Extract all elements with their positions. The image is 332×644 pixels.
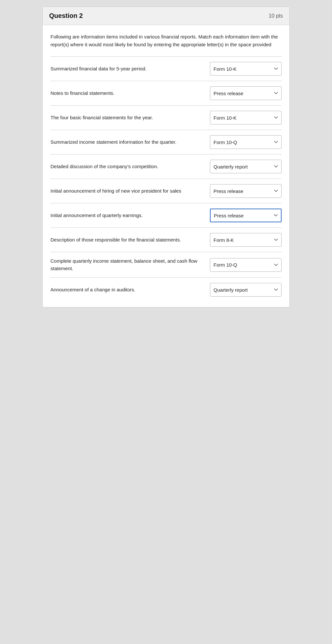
question-label: The four basic financial statements for … bbox=[50, 114, 205, 122]
question-points: 10 pts bbox=[269, 13, 283, 19]
question-row: The four basic financial statements for … bbox=[50, 106, 282, 130]
question-select-5[interactable]: Form 10-KForm 10-QForm 8-KPress releaseQ… bbox=[210, 160, 282, 173]
question-label: Summarized financial data for 5-year per… bbox=[50, 65, 205, 73]
question-select-9[interactable]: Form 10-KForm 10-QForm 8-KPress releaseQ… bbox=[210, 258, 282, 272]
question-title: Question 2 bbox=[49, 12, 83, 20]
instructions-text: Following are information items included… bbox=[50, 33, 282, 49]
question-label: Initial announcement of quarterly earnin… bbox=[50, 212, 205, 219]
question-row: Complete quarterly income statement, bal… bbox=[50, 252, 282, 278]
question-label: Initial announcement of hiring of new vi… bbox=[50, 187, 205, 195]
rows-container: Summarized financial data for 5-year per… bbox=[50, 57, 282, 302]
question-select-10[interactable]: Form 10-KForm 10-QForm 8-KPress releaseQ… bbox=[210, 283, 282, 297]
question-label: Notes to financial statements. bbox=[50, 90, 205, 97]
question-select-4[interactable]: Form 10-KForm 10-QForm 8-KPress releaseQ… bbox=[210, 135, 282, 149]
question-label: Complete quarterly income statement, bal… bbox=[50, 257, 205, 272]
question-row: Summarized financial data for 5-year per… bbox=[50, 57, 282, 81]
question-label: Description of those responsible for the… bbox=[50, 236, 205, 244]
question-select-6[interactable]: Form 10-KForm 10-QForm 8-KPress releaseQ… bbox=[210, 184, 282, 198]
question-label: Detailed discussion of the company’s com… bbox=[50, 163, 205, 170]
question-row: Initial announcement of quarterly earnin… bbox=[50, 203, 282, 228]
card-header: Question 2 10 pts bbox=[43, 7, 289, 25]
question-select-2[interactable]: Form 10-KForm 10-QForm 8-KPress releaseQ… bbox=[210, 86, 282, 100]
question-row: Initial announcement of hiring of new vi… bbox=[50, 179, 282, 203]
question-card: Question 2 10 pts Following are informat… bbox=[42, 7, 290, 307]
question-row: Description of those responsible for the… bbox=[50, 228, 282, 252]
question-row: Announcement of a change in auditors.For… bbox=[50, 278, 282, 302]
question-row: Summarized income statement information … bbox=[50, 130, 282, 154]
question-select-3[interactable]: Form 10-KForm 10-QForm 8-KPress releaseQ… bbox=[210, 111, 282, 124]
question-select-1[interactable]: Form 10-KForm 10-QForm 8-KPress releaseQ… bbox=[210, 62, 282, 76]
question-row: Detailed discussion of the company’s com… bbox=[50, 154, 282, 179]
question-label: Summarized income statement information … bbox=[50, 139, 205, 146]
question-select-8[interactable]: Form 10-KForm 10-QForm 8-KPress releaseQ… bbox=[210, 233, 282, 247]
question-row: Notes to financial statements.Form 10-KF… bbox=[50, 81, 282, 106]
question-label: Announcement of a change in auditors. bbox=[50, 286, 205, 294]
card-body: Following are information items included… bbox=[43, 25, 289, 307]
question-select-7[interactable]: Form 10-KForm 10-QForm 8-KPress releaseQ… bbox=[210, 209, 282, 222]
